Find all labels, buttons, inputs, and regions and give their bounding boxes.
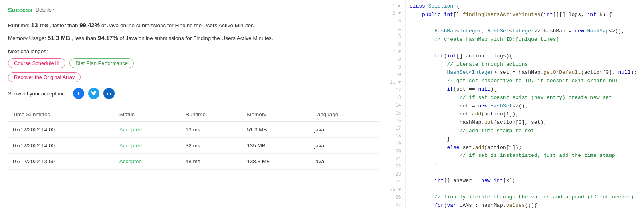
- code-line: set = new HashSet<>();: [410, 102, 640, 111]
- line-number: 13: [390, 94, 401, 102]
- code-line: // get set respective to ID, if doesn't …: [410, 77, 640, 85]
- code-area: 1 ▶2 ▼3 4 5 6 7 ▼8 9 10 11 ▼12 13 14 15 …: [387, 0, 644, 208]
- share-label: Show off your acceptance:: [8, 91, 69, 97]
- challenge-buttons-row1: Course Schedule III Diet Plan Performanc…: [8, 58, 379, 68]
- cell-time: 07/12/2022 13:59: [8, 154, 115, 170]
- code-line: int[] answer = new int[k];: [410, 177, 640, 185]
- code-line: set.add(action[1]);: [410, 110, 640, 119]
- code-line: // add time stamp to set: [410, 127, 640, 135]
- line-number: 21: [390, 156, 401, 163]
- line-numbers: 1 ▶2 ▼3 4 5 6 7 ▼8 9 10 11 ▼12 13 14 15 …: [387, 0, 406, 208]
- status-bar: Success Details ›: [8, 6, 379, 13]
- code-line: HashSet<Integer> set = hashMap.getOrDefa…: [410, 69, 640, 77]
- cell-memory: 138.3 MB: [242, 154, 309, 170]
- code-line: // if set doesnt exist (new entry) creat…: [410, 94, 640, 102]
- code-line: // if set is instantiated, just add the …: [410, 152, 640, 160]
- status-label: Success: [8, 6, 32, 13]
- line-number: 19: [390, 140, 401, 148]
- cell-memory: 135 MB: [242, 138, 309, 154]
- code-line: hashMap.put(action[0], set);: [410, 119, 640, 127]
- col-language: Language: [309, 107, 379, 122]
- cell-language: java: [309, 138, 379, 154]
- line-number: 15: [390, 110, 401, 117]
- code-line: // create HashMap with ID:[unique times]: [410, 36, 640, 44]
- line-number: 6: [390, 41, 401, 48]
- challenge-buttons-row2: Recover the Original Array: [8, 72, 379, 88]
- line-number: 25 ▼: [390, 186, 401, 194]
- code-line: }: [410, 160, 640, 168]
- table-row: 07/12/2022 14:00 Accepted 32 ms 135 MB j…: [8, 138, 379, 154]
- cell-time: 07/12/2022 14:00: [8, 122, 115, 138]
- cell-memory: 51.3 MB: [242, 122, 309, 138]
- col-runtime: Runtime: [181, 107, 242, 122]
- code-line: [410, 44, 640, 52]
- code-line: if(set == null){: [410, 85, 640, 94]
- code-line: [410, 168, 640, 177]
- runtime-metric: Runtime: 13 ms , faster than 99.42% of J…: [8, 20, 379, 30]
- line-number: 1 ▶: [390, 2, 401, 10]
- col-status: Status: [115, 107, 181, 122]
- cell-runtime: 32 ms: [181, 138, 242, 154]
- line-number: 26: [390, 194, 401, 202]
- code-line: class Solution {: [410, 2, 640, 11]
- left-panel: Success Details › Runtime: 13 ms , faste…: [0, 0, 387, 208]
- cell-status[interactable]: Accepted: [115, 138, 181, 154]
- twitter-icon[interactable]: [88, 88, 99, 99]
- code-content: class Solution { public int[] findingUse…: [406, 0, 644, 208]
- facebook-icon[interactable]: f: [73, 88, 84, 99]
- cell-status[interactable]: Accepted: [115, 122, 181, 138]
- line-number: 14: [390, 102, 401, 109]
- cell-runtime: 48 ms: [181, 154, 242, 170]
- line-number: 16: [390, 117, 401, 125]
- submissions-table: Time Submitted Status Runtime Memory Lan…: [8, 107, 379, 170]
- cell-language: java: [309, 122, 379, 138]
- cell-status[interactable]: Accepted: [115, 154, 181, 170]
- code-line: public int[] findingUsersActiveMinutes(i…: [410, 11, 640, 19]
- recover-array-button[interactable]: Recover the Original Array: [8, 72, 81, 82]
- line-number: 27: [390, 202, 401, 208]
- diet-plan-button[interactable]: Diet Plan Performance: [69, 58, 134, 68]
- details-link[interactable]: Details ›: [36, 7, 55, 13]
- code-line: }: [410, 135, 640, 144]
- line-number: 11 ▼: [390, 79, 401, 87]
- line-number: 23: [390, 171, 401, 178]
- line-number: 5: [390, 33, 401, 41]
- right-panel: 1 ▶2 ▼3 4 5 6 7 ▼8 9 10 11 ▼12 13 14 15 …: [387, 0, 644, 208]
- linkedin-icon[interactable]: in: [103, 88, 115, 99]
- col-memory: Memory: [242, 107, 309, 122]
- line-number: 20: [390, 148, 401, 156]
- col-time: Time Submitted: [8, 107, 115, 122]
- line-number: 4: [390, 26, 401, 33]
- line-number: 7 ▼: [390, 48, 401, 56]
- code-line: else set.add(action[1]);: [410, 144, 640, 152]
- line-number: 10: [390, 71, 401, 79]
- next-challenges-label: Next challenges:: [8, 48, 379, 54]
- line-number: 22: [390, 163, 401, 171]
- cell-runtime: 13 ms: [181, 122, 242, 138]
- memory-metric: Memory Usage: 51.3 MB , less than 94.17%…: [8, 33, 379, 43]
- line-number: 18: [390, 133, 401, 140]
- line-number: 8: [390, 56, 401, 63]
- line-number: 24: [390, 178, 401, 186]
- course-schedule-button[interactable]: Course Schedule III: [8, 58, 65, 68]
- line-number: 2 ▼: [390, 10, 401, 18]
- table-row: 07/12/2022 13:59 Accepted 48 ms 138.3 MB…: [8, 154, 379, 170]
- line-number: 17: [390, 125, 401, 133]
- cell-language: java: [309, 154, 379, 170]
- code-line: for(var UAMs : hashMap.values()){: [410, 202, 640, 208]
- code-line: // iterate through actions: [410, 61, 640, 69]
- line-number: 3: [390, 18, 401, 25]
- share-row: Show off your acceptance: f in: [8, 88, 379, 99]
- line-number: 12: [390, 87, 401, 94]
- code-line: HashMap<Integer, HashSet<Integer>> hashM…: [410, 27, 640, 36]
- code-line: [410, 19, 640, 28]
- code-line: [410, 185, 640, 194]
- table-row: 07/12/2022 14:00 Accepted 13 ms 51.3 MB …: [8, 122, 379, 138]
- line-number: 9: [390, 64, 401, 71]
- code-line: for(int[] action : logs){: [410, 52, 640, 61]
- cell-time: 07/12/2022 14:00: [8, 138, 115, 154]
- code-line: // finally iterate through the values an…: [410, 193, 640, 202]
